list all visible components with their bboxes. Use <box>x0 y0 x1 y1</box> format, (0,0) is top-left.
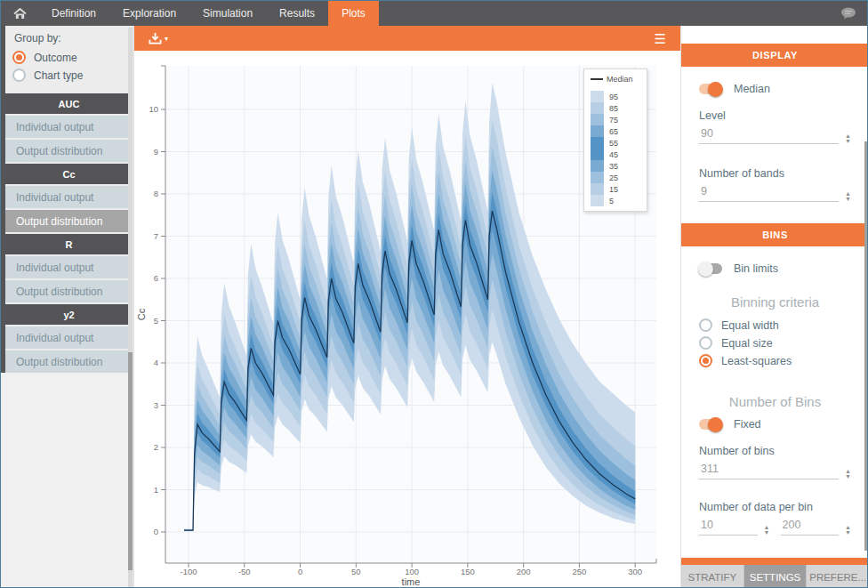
data-per-bin-min-stepper[interactable]: ▲▼ <box>764 525 770 536</box>
radio-icon[interactable] <box>12 68 26 82</box>
download-icon <box>149 32 162 44</box>
top-navbar: DefinitionExplorationSimulationResultsPl… <box>1 1 867 26</box>
chart-menu-button[interactable]: ☰ <box>655 32 666 45</box>
sidebar-item-cc-output-distribution[interactable]: Output distribution <box>5 210 133 232</box>
group-by-label: Group by: <box>14 32 125 44</box>
group-by-option-chart-type[interactable]: Chart type <box>12 68 125 82</box>
number-of-data-per-bin-label: Number of data per bin <box>699 501 851 513</box>
legend-band-entry: 75 <box>591 114 642 125</box>
median-toggle-label: Median <box>734 83 770 95</box>
nav-tab-definition[interactable]: Definition <box>38 1 109 26</box>
binning-criteria-option-least-squares[interactable]: Least-squares <box>699 354 851 367</box>
data-per-bin-min-input[interactable]: 10 <box>699 517 758 536</box>
number-of-bands-stepper[interactable]: ▲▼ <box>845 191 851 202</box>
sidebar-item-y2-output-distribution[interactable]: Output distribution <box>5 350 133 373</box>
sidebar-scrollbar[interactable] <box>128 28 133 587</box>
nav-tab-simulation[interactable]: Simulation <box>189 1 266 26</box>
binning-criteria-option-equal-width[interactable]: Equal width <box>699 318 851 332</box>
median-line-swatch <box>591 78 603 80</box>
radio-icon[interactable] <box>699 336 712 350</box>
legend-band-label: 45 <box>609 150 618 159</box>
chat-bubble-icon[interactable] <box>840 7 856 20</box>
median-toggle[interactable] <box>699 84 722 94</box>
legend-band-label: 65 <box>609 127 618 136</box>
sidebar-section-r: R <box>5 234 133 254</box>
number-of-bins-stepper[interactable]: ▲▼ <box>845 469 851 479</box>
panel-tab-prefere-[interactable]: PREFERE... <box>807 565 868 588</box>
fixed-toggle[interactable] <box>699 419 722 430</box>
sidebar-item-auc-individual-output[interactable]: Individual output <box>5 116 133 138</box>
data-per-bin-max-input[interactable]: 200 <box>781 517 840 536</box>
svg-text:5: 5 <box>154 316 158 326</box>
sidebar-item-cc-individual-output[interactable]: Individual output <box>5 186 133 208</box>
radio-icon[interactable] <box>699 318 712 332</box>
legend-band-swatch <box>591 137 604 149</box>
svg-text:-50: -50 <box>238 567 251 576</box>
svg-text:1: 1 <box>154 485 158 495</box>
home-button[interactable] <box>1 1 38 26</box>
legend-band-swatch <box>591 160 604 172</box>
nav-tab-results[interactable]: Results <box>266 1 328 26</box>
svg-text:200: 200 <box>517 567 531 576</box>
legend-band-swatch <box>591 172 604 183</box>
sidebar-item-y2-individual-output[interactable]: Individual output <box>5 326 133 349</box>
settings-scrollbar[interactable] <box>864 141 868 551</box>
data-per-bin-max-stepper[interactable]: ▲▼ <box>845 525 851 536</box>
svg-text:4: 4 <box>154 358 158 367</box>
panel-tab-settings[interactable]: SETTINGS <box>744 565 808 588</box>
fixed-toggle-row[interactable]: Fixed <box>699 418 851 431</box>
nav-tab-plots[interactable]: Plots <box>328 1 379 26</box>
svg-text:100: 100 <box>405 567 419 576</box>
number-of-bins-input[interactable]: 311 <box>699 461 839 479</box>
binning-criteria-option-equal-size[interactable]: Equal size <box>699 336 851 350</box>
caret-down-icon: ▾ <box>165 35 168 43</box>
svg-text:10: 10 <box>149 104 158 114</box>
group-by-option-label: Outcome <box>34 52 77 64</box>
bin-limits-toggle-row[interactable]: Bin limits <box>699 262 851 275</box>
svg-text:Cc: Cc <box>136 308 147 320</box>
chart-legend: Median 9585756555453525155 <box>583 68 647 212</box>
legend-band-swatch <box>591 91 604 102</box>
level-stepper[interactable]: ▲▼ <box>845 133 851 144</box>
legend-band-entry: 65 <box>591 125 642 137</box>
group-by-option-label: Chart type <box>34 69 83 82</box>
group-by-option-outcome[interactable]: Outcome <box>12 51 125 64</box>
panel-tab-stratify[interactable]: STRATIFY <box>681 565 744 588</box>
settings-panel: DISPLAY Median Level 90 ▲▼ Number of ban… <box>681 26 868 588</box>
legend-band-entry: 55 <box>591 137 642 149</box>
binning-criteria-option-label: Equal width <box>721 319 779 332</box>
svg-text:time: time <box>402 576 421 587</box>
display-section-header: DISPLAY <box>681 44 868 67</box>
legend-band-swatch <box>591 195 604 206</box>
legend-band-entry: 35 <box>591 160 642 172</box>
export-button[interactable]: ▾ <box>149 32 168 44</box>
svg-text:150: 150 <box>461 567 475 576</box>
sidebar-section-auc: AUC <box>5 93 133 114</box>
number-of-bins-label: Number of bins <box>699 445 851 457</box>
radio-icon[interactable] <box>12 51 26 64</box>
svg-text:3: 3 <box>154 400 158 410</box>
number-of-bands-input[interactable]: 9 <box>699 183 839 202</box>
legend-band-entry: 85 <box>591 102 642 114</box>
radio-icon[interactable] <box>699 354 712 367</box>
level-input[interactable]: 90 <box>699 125 839 144</box>
group-by-panel: Group by: OutcomeChart type <box>5 26 133 93</box>
legend-band-label: 55 <box>609 139 618 148</box>
legend-band-label: 35 <box>609 162 618 171</box>
nav-tab-exploration[interactable]: Exploration <box>109 1 189 26</box>
bin-limits-toggle-label: Bin limits <box>734 262 778 275</box>
plot-list-sidebar: Group by: OutcomeChart type AUCIndividua… <box>1 26 133 588</box>
footer-accent-bar <box>681 558 868 565</box>
level-label: Level <box>699 109 851 122</box>
svg-text:300: 300 <box>628 567 642 576</box>
sidebar-item-r-output-distribution[interactable]: Output distribution <box>5 280 133 302</box>
fixed-toggle-label: Fixed <box>734 418 761 431</box>
bin-limits-toggle[interactable] <box>699 263 722 274</box>
legend-band-swatch <box>591 125 604 137</box>
legend-band-entry: 15 <box>591 183 642 195</box>
bins-section-header: BINS <box>681 223 868 246</box>
sidebar-item-auc-output-distribution[interactable]: Output distribution <box>5 140 133 162</box>
sidebar-item-r-individual-output[interactable]: Individual output <box>5 256 133 278</box>
svg-text:9: 9 <box>154 147 158 157</box>
median-toggle-row[interactable]: Median <box>699 83 851 95</box>
